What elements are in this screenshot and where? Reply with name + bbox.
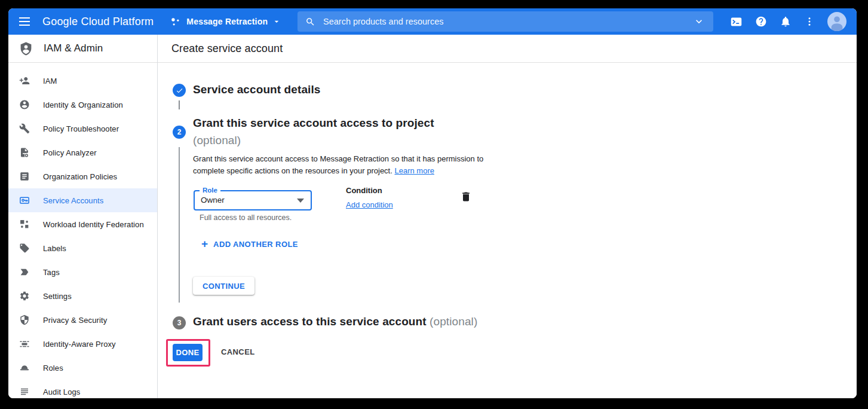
sidebar-item-label: Roles: [43, 364, 63, 373]
proxy-icon: [19, 338, 30, 349]
menu-icon[interactable]: [17, 14, 32, 29]
browser-viewport: Google Cloud Platform Message Retraction: [8, 8, 857, 398]
learn-more-link[interactable]: Learn more: [394, 166, 434, 175]
sidebar-item-label: Tags: [43, 268, 60, 277]
label-tag-icon: [19, 243, 30, 254]
document-gear-icon: [19, 147, 30, 158]
cloud-shell-icon[interactable]: [730, 16, 743, 28]
done-button[interactable]: DONE: [173, 344, 203, 361]
sidebar: IAM & Admin IAM Identity & Organization …: [8, 35, 158, 398]
article-icon: [19, 171, 30, 182]
sidebar-item-audit-logs[interactable]: Audit Logs: [8, 380, 157, 398]
stepper-connector: [179, 147, 180, 303]
step2-description: Grant this service account access to Mes…: [193, 153, 487, 177]
continue-button[interactable]: CONTINUE: [193, 277, 254, 295]
wrench-icon: [19, 123, 30, 134]
sidebar-item-iam[interactable]: IAM: [8, 69, 157, 93]
sidebar-item-label: IAM: [43, 77, 57, 86]
service-account-key-icon: [19, 195, 30, 206]
sidebar-item-label: Identity & Organization: [43, 100, 123, 109]
sidebar-item-label: Labels: [43, 244, 66, 253]
chevron-down-icon[interactable]: [693, 16, 705, 28]
cancel-button[interactable]: CANCEL: [221, 347, 255, 356]
project-selector[interactable]: Message Retraction: [170, 16, 281, 28]
sidebar-title: IAM & Admin: [44, 42, 103, 54]
sidebar-item-identity-organization[interactable]: Identity & Organization: [8, 93, 157, 117]
step2-optional-label: (optional): [193, 134, 241, 147]
stepper-connector: [179, 100, 180, 109]
role-field-value: Owner: [201, 191, 225, 209]
top-navigation-bar: Google Cloud Platform Message Retraction: [8, 8, 857, 35]
sidebar-item-tags[interactable]: Tags: [8, 260, 157, 284]
iam-admin-shield-icon: [19, 41, 33, 56]
gear-icon: [19, 291, 30, 301]
sidebar-item-label: Policy Analyzer: [43, 148, 97, 157]
search-input[interactable]: [323, 17, 693, 26]
sidebar-item-label: Audit Logs: [43, 387, 80, 396]
help-icon[interactable]: [755, 16, 767, 28]
step2-title: Grant this service account access to pro…: [193, 117, 434, 130]
delete-role-trash-icon[interactable]: [460, 191, 472, 203]
shield-icon: [19, 315, 30, 325]
list-lines-icon: [19, 386, 30, 397]
main-content: Create service account Service account d…: [158, 35, 857, 398]
search-bar[interactable]: [297, 11, 713, 32]
sidebar-item-privacy-security[interactable]: Privacy & Security: [8, 308, 157, 332]
more-vertical-icon[interactable]: [804, 16, 815, 27]
account-circle-icon: [19, 99, 30, 110]
add-condition-link[interactable]: Add condition: [346, 200, 393, 209]
sidebar-header: IAM & Admin: [8, 35, 157, 63]
tag-arrow-icon: [19, 267, 30, 277]
project-icon: [170, 16, 181, 28]
sidebar-item-labels[interactable]: Labels: [8, 236, 157, 260]
sidebar-item-label: Service Accounts: [43, 196, 103, 205]
sidebar-item-label: Settings: [43, 292, 72, 301]
search-icon: [305, 17, 315, 27]
project-name: Message Retraction: [186, 17, 268, 26]
person-add-icon: [19, 75, 30, 86]
chevron-down-icon: [272, 17, 281, 26]
step2-number-badge: 2: [173, 126, 186, 139]
step3-optional-label: (optional): [430, 315, 477, 328]
person-icon: [827, 12, 846, 31]
topbar-actions: [730, 8, 846, 35]
sidebar-menu: IAM Identity & Organization Policy Troub…: [8, 63, 157, 398]
sidebar-item-label: Organization Policies: [43, 172, 117, 181]
sidebar-item-service-accounts[interactable]: Service Accounts: [8, 188, 157, 212]
sidebar-item-label: Identity-Aware Proxy: [43, 340, 116, 349]
step1-title: Service account details: [193, 83, 321, 96]
avatar[interactable]: [827, 12, 846, 31]
role-select[interactable]: Role Owner: [194, 190, 312, 210]
hat-icon: [19, 362, 30, 373]
step3-number-badge: 3: [173, 316, 186, 329]
step3-title: Grant users access to this service accou…: [193, 315, 477, 328]
step1-completed-check-icon: [173, 84, 186, 97]
workload-grid-icon: [19, 219, 30, 230]
sidebar-item-roles[interactable]: Roles: [8, 356, 157, 380]
create-service-account-stepper: Service account details 2 Grant this ser…: [158, 35, 857, 398]
sidebar-item-policy-analyzer[interactable]: Policy Analyzer: [8, 141, 157, 164]
sidebar-item-label: Policy Troubleshooter: [43, 124, 119, 133]
notifications-bell-icon[interactable]: [780, 16, 792, 28]
role-helper-text: Full access to all resources.: [200, 213, 292, 222]
sidebar-item-workload-identity-federation[interactable]: Workload Identity Federation: [8, 212, 157, 236]
sidebar-item-settings[interactable]: Settings: [8, 284, 157, 308]
dropdown-arrow-icon: [297, 199, 304, 203]
condition-label: Condition: [346, 186, 382, 195]
plus-icon: +: [201, 239, 208, 249]
sidebar-item-organization-policies[interactable]: Organization Policies: [8, 164, 157, 188]
sidebar-item-label: Workload Identity Federation: [43, 220, 144, 229]
sidebar-item-identity-aware-proxy[interactable]: Identity-Aware Proxy: [8, 332, 157, 356]
add-another-role-button[interactable]: + ADD ANOTHER ROLE: [201, 239, 298, 249]
product-title[interactable]: Google Cloud Platform: [42, 16, 154, 28]
sidebar-item-label: Privacy & Security: [43, 316, 107, 325]
screenshot-frame: Google Cloud Platform Message Retraction: [0, 0, 868, 409]
sidebar-item-policy-troubleshooter[interactable]: Policy Troubleshooter: [8, 117, 157, 141]
